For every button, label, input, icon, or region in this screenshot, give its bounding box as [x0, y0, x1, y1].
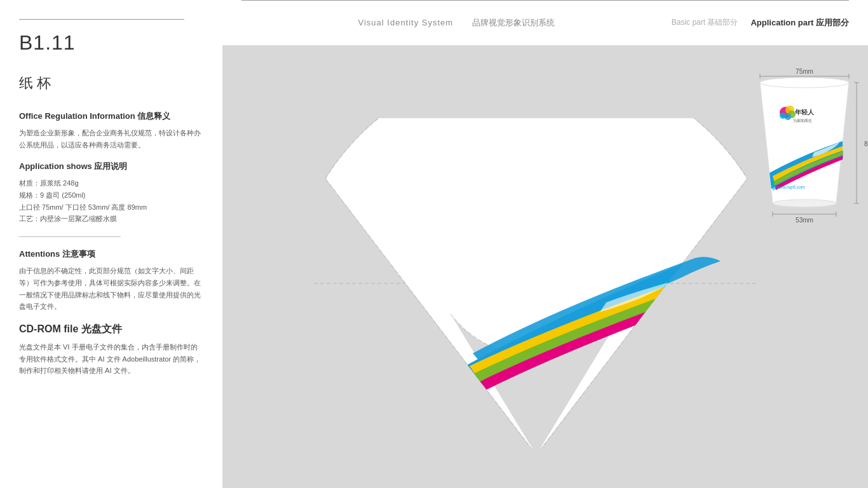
svg-text:53mm: 53mm — [796, 217, 813, 224]
header-top-line — [241, 0, 849, 1]
cup-title: 纸 杯 — [19, 74, 203, 93]
header-right: Basic part 基础部分 Application part 应用部分 — [672, 17, 849, 29]
cdrom-text: 光盘文件是本 VI 手册电子文件的集合，内含手册制作时的专用软件格式文件。其中 … — [19, 341, 203, 377]
main-content: 年轻人 为家助商生 www.nqr6.com 75mm 89mm — [222, 46, 868, 488]
section-divider — [19, 236, 121, 237]
header-app-label: Application part 应用部分 — [750, 17, 849, 29]
header-bar: Visual Identity System 品牌视觉形象识别系统 Basic … — [222, 0, 868, 46]
svg-point-34 — [773, 200, 836, 207]
section2-heading: Application shows 应用说明 — [19, 161, 203, 172]
attentions-heading: Attentions 注意事项 — [19, 248, 203, 260]
left-panel: B1.11 纸 杯 Office Regulation Information … — [0, 0, 222, 488]
cup-flat-pattern: 年轻人 为家助商生 www.nqr6.com — [314, 118, 759, 449]
top-divider — [19, 19, 184, 20]
section1-text: 为塑造企业新形象，配合企业商务礼仪规范，特设计各种办公系统用品，以适应各种商务活… — [19, 127, 203, 151]
section2-text: 材质：原浆纸 248g 规格：9 盎司 (250ml) 上口径 75mm/ 下口… — [19, 177, 203, 225]
svg-point-30 — [780, 112, 786, 119]
page-id: B1.11 — [19, 31, 203, 55]
svg-point-25 — [760, 78, 849, 88]
header-center: Visual Identity System 品牌视觉形象识别系统 — [241, 17, 672, 29]
attentions-text: 由于信息的不确定性，此页部分规范（如文字大小、间距等）可作为参考使用，具体可根据… — [19, 265, 203, 313]
header-title-en: Visual Identity System — [358, 18, 454, 27]
cdrom-heading: CD-ROM file 光盘文件 — [19, 323, 203, 336]
svg-text:75mm: 75mm — [796, 68, 813, 75]
header-basic-label: Basic part 基础部分 — [672, 17, 738, 28]
section1-heading: Office Regulation Information 信息释义 — [19, 111, 203, 122]
svg-text:年轻人: 年轻人 — [794, 109, 815, 116]
svg-text:为家助商生: 为家助商生 — [793, 118, 812, 123]
svg-text:89mm: 89mm — [864, 140, 868, 147]
cup-3d-svg: 75mm 89mm 53mm — [735, 65, 868, 230]
svg-text:www.nqr6.com: www.nqr6.com — [775, 185, 805, 190]
header-title-cn: 品牌视觉形象识别系统 — [472, 17, 555, 29]
right-section: Visual Identity System 品牌视觉形象识别系统 Basic … — [222, 0, 868, 488]
cup-3d-preview: 75mm 89mm 53mm — [735, 65, 843, 233]
